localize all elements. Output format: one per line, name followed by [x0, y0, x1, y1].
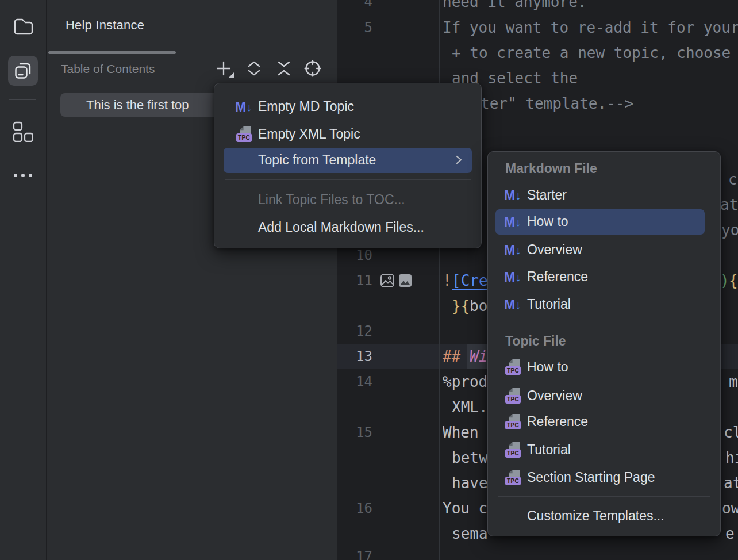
code-fragment: !	[443, 268, 452, 293]
more-tool-windows-button[interactable]	[8, 160, 38, 190]
ide-window: Help Instance Table of Contents	[0, 0, 738, 560]
menu-separator	[498, 496, 710, 497]
line-number: 14	[337, 369, 372, 394]
topic-file-icon: TPC	[504, 413, 522, 431]
code-fragment: ter" template.-->	[481, 91, 633, 116]
code-fragment: ow	[722, 496, 738, 521]
code-fragment: If you want to re-add it for your	[443, 15, 738, 40]
submenu-item-customize-templates[interactable]: Customize Templates...	[488, 504, 720, 529]
code-fragment: ##	[443, 344, 460, 369]
code-fragment: You c	[443, 496, 487, 521]
toc-section-title: Table of Contents	[61, 62, 155, 76]
expand-all-icon	[246, 60, 262, 77]
code-fragment: }{	[452, 293, 470, 319]
code-fragment: Wi	[470, 344, 487, 369]
code-fragment: XML.	[452, 394, 488, 420]
active-tab-underline	[48, 51, 176, 54]
code-fragment: + to create a new topic, choose	[452, 40, 731, 66]
collapse-all-icon	[276, 60, 292, 77]
submenu-header-markdown: Markdown File	[505, 156, 597, 182]
activity-bar	[0, 0, 47, 560]
submenu-chevron-icon	[455, 154, 463, 166]
code-fragment: betw	[452, 445, 488, 470]
project-tool-button[interactable]	[8, 11, 38, 41]
submenu-item-overview-md[interactable]: M↓ Overview	[488, 237, 720, 263]
target-icon	[304, 60, 321, 77]
menu-item-empty-md-topic[interactable]: M↓ Empty MD Topic	[214, 94, 481, 120]
markdown-file-icon: M↓	[235, 98, 253, 116]
markdown-file-icon: M↓	[504, 187, 522, 204]
topic-file-icon: TPC	[504, 469, 522, 486]
markdown-file-icon: M↓	[504, 241, 522, 259]
markdown-file-icon: M↓	[504, 213, 522, 231]
topic-file-icon: TPC	[235, 126, 253, 143]
submenu-item-how-to-md[interactable]: M↓ How to	[495, 209, 705, 235]
code-fragment: bo	[470, 293, 487, 319]
code-fragment: When	[443, 420, 479, 445]
code-fragment: {	[729, 268, 738, 293]
code-fragment: )	[720, 268, 729, 293]
code-fragment: [Cre	[452, 268, 488, 293]
help-instances-tool-button[interactable]	[8, 56, 38, 86]
locate-file-button[interactable]	[302, 58, 323, 79]
code-fragment: yo	[721, 217, 738, 243]
code-fragment: have	[452, 470, 488, 496]
line-number: 16	[337, 496, 372, 521]
code-fragment: %prod	[443, 369, 487, 394]
code-fragment: sema	[452, 521, 488, 546]
code-fragment: at	[724, 470, 738, 496]
structure-icon	[13, 121, 33, 142]
image-filled-gutter-icon[interactable]	[398, 273, 413, 288]
markdown-file-icon: M↓	[504, 296, 522, 313]
add-topic-context-menu: M↓ Empty MD Topic TPC Empty XML Topic To…	[214, 83, 482, 248]
submenu-item-section-starting-page[interactable]: TPC Section Starting Page	[488, 465, 720, 490]
topic-template-submenu: Markdown File M↓ Starter M↓ How to M↓ Ov…	[487, 151, 721, 536]
image-outline-gutter-icon[interactable]	[380, 273, 395, 288]
submenu-item-how-to-topic[interactable]: TPC How to	[488, 355, 720, 380]
topic-file-icon: TPC	[504, 442, 522, 459]
line-number: 17	[337, 544, 372, 560]
header-divider	[47, 55, 337, 55]
code-fragment: m	[729, 369, 738, 394]
code-fragment: c	[728, 167, 737, 192]
more-icon	[13, 172, 33, 178]
topic-file-icon: TPC	[504, 388, 522, 405]
collapse-all-button[interactable]	[274, 58, 294, 79]
line-number: 11	[337, 268, 372, 293]
code-fragment: e	[725, 521, 735, 546]
line-number: 5	[337, 15, 372, 40]
submenu-item-tutorial-md[interactable]: M↓ Tutorial	[488, 292, 720, 317]
markdown-file-icon: M↓	[504, 269, 522, 286]
code-fragment: hi	[725, 445, 738, 470]
menu-item-link-topic-files: Link Topic Files to TOC...	[214, 187, 481, 213]
code-fragment: cl	[724, 420, 738, 445]
line-number: 13	[337, 344, 372, 369]
menu-item-empty-xml-topic[interactable]: TPC Empty XML Topic	[214, 122, 481, 147]
menu-separator	[225, 179, 471, 180]
add-topic-button[interactable]	[213, 58, 234, 79]
submenu-item-starter[interactable]: M↓ Starter	[488, 183, 720, 208]
code-fragment: at	[720, 192, 738, 217]
submenu-item-reference-md[interactable]: M↓ Reference	[488, 264, 720, 290]
line-number: 12	[337, 319, 372, 344]
line-number: 4	[337, 0, 372, 14]
topic-file-icon: TPC	[504, 359, 522, 376]
code-fragment: need it anymore.	[443, 0, 586, 14]
expand-all-button[interactable]	[244, 58, 264, 79]
plus-icon	[213, 59, 234, 78]
activity-bar-divider	[9, 99, 36, 100]
menu-item-topic-from-template[interactable]: Topic from Template	[224, 148, 472, 173]
folder-icon	[13, 16, 33, 36]
submenu-item-tutorial-topic[interactable]: TPC Tutorial	[488, 438, 720, 463]
toc-tree-item-label: This is the first top	[86, 98, 189, 113]
tool-window-title[interactable]: Help Instance	[66, 18, 144, 33]
submenu-header-topic: Topic File	[505, 329, 566, 354]
submenu-item-reference-topic[interactable]: TPC Reference	[488, 409, 720, 435]
line-number: 15	[337, 420, 372, 445]
structure-tool-button[interactable]	[8, 116, 38, 146]
instances-icon	[14, 62, 32, 79]
menu-item-add-local-markdown[interactable]: Add Local Markdown Files...	[214, 215, 481, 240]
submenu-item-overview-topic[interactable]: TPC Overview	[488, 383, 720, 409]
menu-separator	[498, 324, 710, 324]
